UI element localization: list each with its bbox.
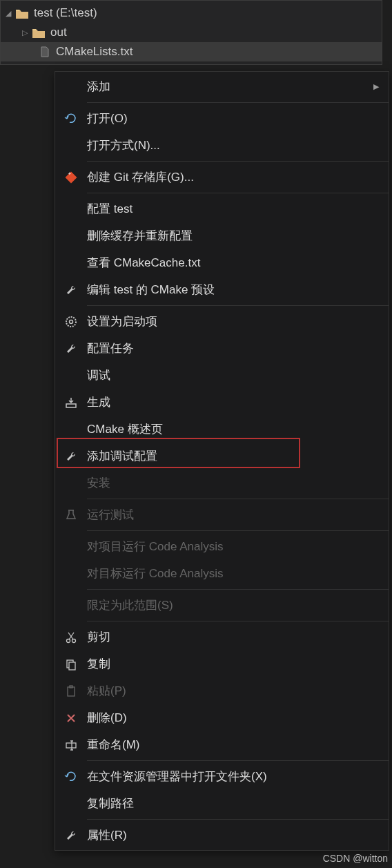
menu-view-cmakecache[interactable]: 查看 CMakeCache.txt [55, 249, 389, 276]
menu-install: 安装 [55, 470, 389, 496]
menu-add-debug-config[interactable]: 添加调试配置 [55, 443, 389, 470]
wrench-icon [55, 283, 87, 297]
menu-separator [87, 589, 389, 590]
git-icon: + [55, 171, 87, 184]
wrench-icon [55, 450, 87, 463]
menu-paste: 粘贴(P) [55, 677, 389, 704]
menu-scope-to-this: 限定为此范围(S) [55, 592, 389, 619]
context-menu: 添加 ▶ 打开(O) 打开方式(N)... + 创建 Git 存储库(G)...… [55, 71, 389, 851]
build-icon [55, 396, 87, 409]
menu-delete[interactable]: 删除(D) [55, 704, 389, 731]
delete-icon [55, 711, 87, 725]
gear-icon [55, 315, 87, 329]
menu-separator [87, 193, 389, 193]
menu-run-tests: 运行测试 [55, 501, 389, 528]
menu-separator [87, 161, 389, 162]
expand-icon[interactable]: ▷ [20, 28, 30, 37]
cut-icon [55, 630, 87, 644]
menu-open-with[interactable]: 打开方式(N)... [55, 132, 389, 159]
menu-separator [87, 305, 389, 306]
menu-rename[interactable]: 重命名(M) [55, 731, 389, 758]
menu-clear-cache[interactable]: 删除缓存并重新配置 [55, 222, 389, 249]
menu-analysis-target: 对目标运行 Code Analysis [55, 560, 389, 587]
paste-icon [55, 684, 87, 698]
menu-properties[interactable]: 属性(R) [55, 822, 389, 849]
tree-root[interactable]: ◢ test (E:\test) [1, 3, 382, 23]
menu-debug[interactable]: 调试 [55, 362, 389, 389]
menu-separator [87, 760, 389, 761]
svg-point-6 [72, 639, 76, 642]
menu-add[interactable]: 添加 ▶ [55, 73, 389, 100]
expand-icon[interactable]: ◢ [3, 9, 13, 18]
solution-explorer[interactable]: ◢ test (E:\test) ▷ out CMakeLists.txt [0, 0, 382, 65]
open-icon [55, 112, 87, 126]
wrench-icon [55, 342, 87, 356]
svg-point-2 [66, 317, 76, 327]
rename-icon [55, 738, 87, 752]
menu-configure-tasks[interactable]: 配置任务 [55, 335, 389, 362]
menu-configure[interactable]: 配置 test [55, 195, 389, 222]
menu-create-git[interactable]: + 创建 Git 存储库(G)... [55, 164, 389, 191]
menu-copy-path[interactable]: 复制路径 [55, 790, 389, 817]
tree-item-label: CMakeLists.txt [56, 45, 133, 59]
menu-separator [87, 819, 389, 820]
test-icon [55, 508, 87, 522]
tree-root-label: test (E:\test) [34, 6, 97, 20]
menu-open[interactable]: 打开(O) [55, 105, 389, 132]
menu-separator [87, 530, 389, 531]
svg-rect-9 [68, 687, 75, 696]
menu-separator [87, 499, 389, 499]
svg-rect-11 [66, 743, 76, 748]
svg-point-5 [67, 639, 70, 642]
chevron-right-icon: ▶ [373, 82, 379, 91]
svg-point-3 [70, 320, 73, 323]
menu-set-startup[interactable]: 设置为启动项 [55, 308, 389, 335]
explorer-icon [55, 770, 87, 784]
folder-icon [16, 8, 28, 18]
tree-item-label: out [50, 26, 67, 39]
watermark: CSDN @witton [323, 853, 388, 864]
menu-cut[interactable]: 剪切 [55, 624, 389, 650]
tree-folder-out[interactable]: ▷ out [1, 23, 382, 42]
file-icon [39, 46, 50, 57]
menu-build[interactable]: 生成 [55, 389, 389, 416]
menu-cmake-overview[interactable]: CMake 概述页 [55, 416, 389, 443]
menu-edit-presets[interactable]: 编辑 test 的 CMake 预设 [55, 276, 389, 303]
wrench-icon [55, 829, 87, 842]
menu-separator [87, 102, 389, 103]
menu-open-in-explorer[interactable]: 在文件资源管理器中打开文件夹(X) [55, 763, 389, 790]
svg-rect-8 [69, 662, 75, 670]
menu-copy[interactable]: 复制 [55, 650, 389, 677]
menu-separator [87, 621, 389, 621]
svg-rect-4 [66, 404, 76, 407]
tree-file-cmakelists[interactable]: CMakeLists.txt [1, 42, 382, 61]
menu-analysis-project: 对项目运行 Code Analysis [55, 533, 389, 560]
folder-icon [32, 28, 45, 37]
svg-text:+: + [68, 171, 72, 177]
copy-icon [55, 657, 87, 671]
